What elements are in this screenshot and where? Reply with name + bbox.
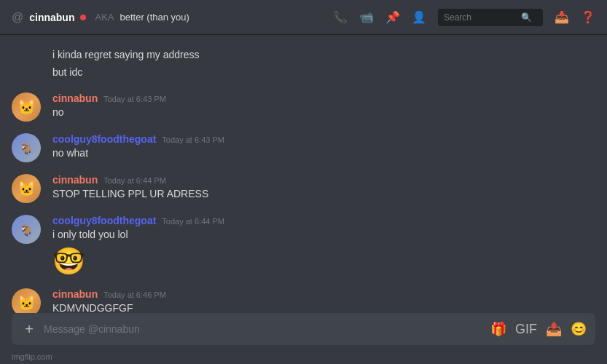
message-username: cinnabun bbox=[52, 174, 98, 186]
message-header: cinnabun Today at 6:43 PM bbox=[52, 92, 595, 104]
avatar: 🐱 bbox=[12, 174, 41, 203]
avatar: 🐱 bbox=[12, 92, 41, 122]
avatar: 🐐 bbox=[12, 215, 41, 244]
message-continued: i kinda regret saying my address bbox=[12, 47, 595, 64]
message-group: 🐐 coolguy8foodthegoat Today at 6:44 PM i… bbox=[12, 215, 595, 277]
message-username: coolguy8foodthegoat bbox=[52, 215, 156, 226]
inbox-icon[interactable]: 📥 bbox=[555, 10, 569, 24]
add-attachment-button[interactable]: + bbox=[20, 320, 38, 338]
channel-header: @ cinnabun AKA better (than you) 📞 📹 📌 👤… bbox=[0, 0, 607, 35]
gift-icon[interactable]: 🎁 bbox=[490, 321, 506, 337]
online-badge bbox=[80, 15, 86, 20]
message-text: i only told you lol bbox=[52, 228, 595, 242]
search-input[interactable] bbox=[444, 12, 517, 23]
message-content: cinnabun Today at 6:44 PM STOP TELLING P… bbox=[52, 174, 595, 202]
user-alias: better (than you) bbox=[120, 12, 189, 23]
search-icon: 🔍 bbox=[521, 12, 532, 23]
message-input-box: + 🎁 GIF 📤 😊 bbox=[12, 313, 595, 345]
channel-username: cinnabun bbox=[29, 12, 74, 23]
message-text: STOP TELLING PPL UR ADRESS bbox=[52, 187, 595, 202]
message-timestamp: Today at 6:43 PM bbox=[103, 95, 166, 103]
emoji-icon[interactable]: 😊 bbox=[571, 321, 587, 337]
footer: imgflip.com bbox=[0, 351, 607, 364]
message-emoji: 🤓 bbox=[52, 245, 595, 277]
phone-icon[interactable]: 📞 bbox=[333, 10, 348, 24]
avatar: 🐐 bbox=[12, 133, 41, 162]
message-input[interactable] bbox=[44, 323, 485, 335]
input-area: + 🎁 GIF 📤 😊 bbox=[0, 313, 607, 351]
message-header: coolguy8foodthegoat Today at 6:43 PM bbox=[52, 133, 595, 145]
pin-icon[interactable]: 📌 bbox=[385, 10, 400, 24]
message-timestamp: Today at 6:44 PM bbox=[103, 176, 166, 185]
help-icon[interactable]: ❓ bbox=[581, 10, 595, 24]
at-symbol: @ bbox=[12, 11, 23, 24]
message-text: no what bbox=[52, 146, 595, 161]
message-header: cinnabun Today at 6:44 PM bbox=[52, 174, 595, 186]
input-icons: 🎁 GIF 📤 😊 bbox=[490, 321, 587, 337]
message-content: coolguy8foodthegoat Today at 6:43 PM no … bbox=[52, 133, 595, 161]
message-content: coolguy8foodthegoat Today at 6:44 PM i o… bbox=[52, 215, 595, 277]
message-text: KDMVNDGGFGF bbox=[52, 301, 595, 313]
message-timestamp: Today at 6:43 PM bbox=[162, 135, 224, 144]
message-username: cinnabun bbox=[52, 288, 98, 300]
message-group: 🐱 cinnabun Today at 6:44 PM STOP TELLING… bbox=[12, 174, 595, 203]
gif-icon[interactable]: GIF bbox=[515, 322, 537, 337]
messages-area: i kinda regret saying my address but idc… bbox=[0, 35, 607, 313]
message-continued: but idc bbox=[12, 64, 595, 82]
message-timestamp: Today at 6:46 PM bbox=[103, 290, 166, 299]
message-group: 🐐 coolguy8foodthegoat Today at 6:43 PM n… bbox=[12, 133, 595, 162]
video-icon[interactable]: 📹 bbox=[359, 10, 374, 24]
aka-label: AKA bbox=[95, 12, 114, 23]
upload-icon[interactable]: 📤 bbox=[546, 321, 562, 337]
message-group: 🐱 cinnabun Today at 6:43 PM no bbox=[12, 92, 595, 122]
footer-text: imgflip.com bbox=[12, 352, 52, 361]
avatar: 🐱 bbox=[12, 288, 41, 313]
message-content: cinnabun Today at 6:46 PM KDMVNDGGFGF bbox=[52, 288, 595, 313]
message-header: cinnabun Today at 6:46 PM bbox=[52, 288, 595, 300]
search-box[interactable]: 🔍 bbox=[438, 9, 543, 26]
header-actions: 📞 📹 📌 👤 🔍 📥 ❓ bbox=[333, 9, 595, 26]
message-username: coolguy8foodthegoat bbox=[52, 133, 156, 145]
message-text: i kinda regret saying my address bbox=[52, 49, 200, 60]
message-text: no bbox=[52, 106, 595, 120]
message-timestamp: Today at 6:44 PM bbox=[162, 217, 224, 226]
message-header: coolguy8foodthegoat Today at 6:44 PM bbox=[52, 215, 595, 226]
members-icon[interactable]: 👤 bbox=[412, 10, 426, 24]
message-text: but idc bbox=[52, 66, 82, 78]
message-username: cinnabun bbox=[52, 92, 98, 104]
message-group: 🐱 cinnabun Today at 6:46 PM KDMVNDGGFGF bbox=[12, 288, 595, 313]
message-content: cinnabun Today at 6:43 PM no bbox=[52, 92, 595, 120]
